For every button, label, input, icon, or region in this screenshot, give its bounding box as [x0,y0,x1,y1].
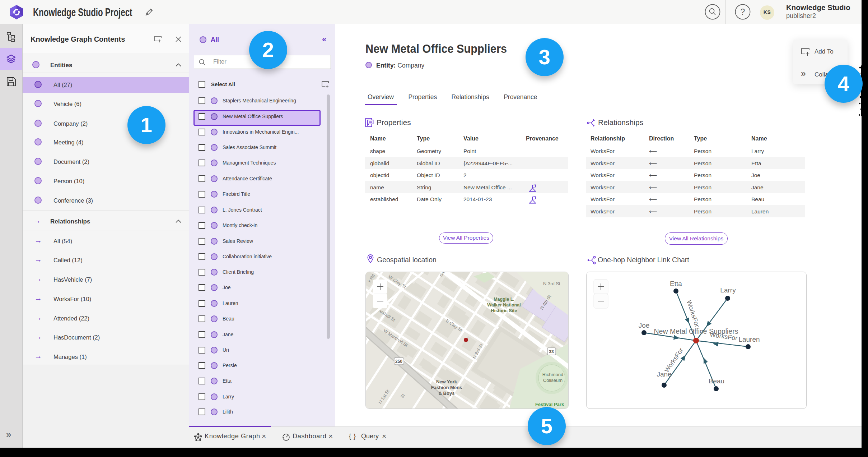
svg-text:Historic Site: Historic Site [491,308,517,313]
svg-text:250: 250 [395,359,402,364]
svg-text:Etta: Etta [670,280,682,287]
svg-text:N 3rd St: N 3rd St [543,281,560,286]
svg-text:Larry: Larry [720,286,736,294]
svg-text:Festival Park: Festival Park [535,402,564,407]
svg-text:33: 33 [549,349,554,354]
svg-text:Richmond: Richmond [542,372,564,377]
svg-text:Joe: Joe [639,322,650,329]
svg-text:& Boys: & Boys [439,391,455,396]
svg-text:Beau: Beau [709,377,724,385]
svg-text:?: ? [741,7,745,17]
svg-text:Maggie L.: Maggie L. [494,297,514,302]
svg-text:Coliseum: Coliseum [543,378,563,383]
svg-text:Lauren: Lauren [738,336,760,343]
svg-text:Fashion Mens: Fashion Mens [431,385,462,390]
svg-text:New York: New York [436,379,457,384]
svg-text:Walker National: Walker National [487,303,521,308]
svg-text:WorksFor: WorksFor [685,299,701,328]
